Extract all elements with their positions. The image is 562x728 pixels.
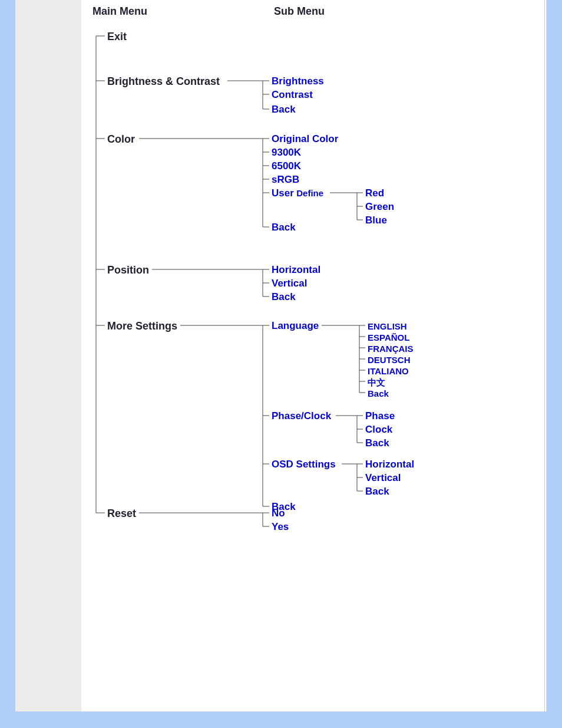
sub-user-blue: Blue (365, 215, 387, 226)
phase-back: Back (365, 437, 389, 449)
sub-color-back: Back (272, 222, 296, 233)
lang-espanol: ESPAÑOL (368, 332, 409, 342)
lang-francais: FRANÇAIS (368, 344, 414, 354)
menu-brightness-contrast: Brightness & Contrast (107, 75, 220, 88)
lang-back: Back (368, 388, 389, 398)
sub-user-define-small: Define (296, 188, 323, 198)
sub-contrast: Contrast (272, 89, 313, 101)
sub-original-color: Original Color (272, 133, 338, 145)
reset-no: No (272, 508, 285, 519)
sub-pos-back: Back (272, 291, 296, 303)
sub-pos-vertical: Vertical (272, 278, 308, 289)
frame-rule-2 (546, 0, 547, 711)
reset-yes: Yes (272, 521, 289, 533)
sub-srgb: sRGB (272, 174, 299, 186)
sub-user-define-word: User (272, 187, 294, 199)
lang-italiano: ITALIANO (368, 366, 409, 376)
sub-user-define: User Define (272, 187, 323, 199)
header-main-menu: Main Menu (92, 5, 147, 18)
frame-rule (544, 0, 545, 711)
sub-bc-back: Back (272, 104, 296, 116)
sub-osd-settings: OSD Settings (272, 459, 336, 470)
sub-language: Language (272, 320, 319, 332)
menu-exit: Exit (107, 31, 127, 43)
lang-deutsch: DEUTSCH (368, 355, 411, 365)
osd-horizontal: Horizontal (365, 459, 414, 470)
phase-phase: Phase (365, 410, 395, 422)
sidebar-column (15, 0, 81, 711)
menu-more-settings: More Settings (107, 320, 177, 332)
sub-9300k: 9300K (272, 147, 301, 159)
sub-6500k: 6500K (272, 160, 301, 172)
menu-reset: Reset (107, 508, 136, 520)
osd-vertical: Vertical (365, 472, 401, 484)
menu-color: Color (107, 133, 135, 146)
lang-english: ENGLISH (368, 321, 407, 331)
sub-user-green: Green (365, 201, 394, 213)
sub-user-red: Red (365, 187, 384, 199)
phase-clock: Clock (365, 424, 392, 436)
lang-chinese: 中文 (368, 377, 385, 388)
osd-back: Back (365, 486, 389, 498)
sub-pos-horizontal: Horizontal (272, 264, 320, 276)
header-sub-menu: Sub Menu (274, 5, 325, 18)
menu-position: Position (107, 264, 149, 276)
sub-phase-clock: Phase/Clock (272, 410, 331, 422)
sub-brightness: Brightness (272, 75, 324, 87)
